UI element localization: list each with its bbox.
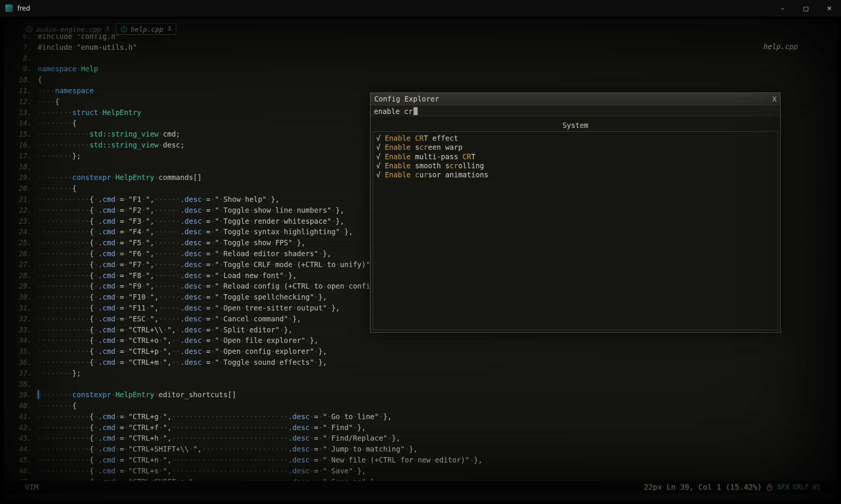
code-line-text: ············{·.cmd·=·"F10·",·····.desc·=… — [38, 292, 327, 303]
code-line[interactable]: 35.············{·.cmd·=·"CTRL+p·",··.des… — [4, 346, 837, 357]
line-number: 29. — [4, 281, 32, 292]
code-line-text: ············{·.cmd·=·"ESC·",·····.desc·=… — [38, 313, 301, 324]
tab-help-cpp[interactable]: +help.cppX — [116, 23, 176, 35]
tab-audio-engine-cpp[interactable]: +audio-engine.cppX — [21, 23, 114, 35]
line-number: 16. — [4, 140, 32, 151]
line-number: 34. — [4, 335, 32, 346]
line-number: 26. — [4, 248, 32, 259]
line-number: 25. — [4, 237, 32, 248]
line-number: 23. — [4, 216, 32, 227]
app-icon — [5, 5, 13, 12]
line-number: 11. — [4, 85, 32, 96]
config-option[interactable]: √ Enable smooth scrolling — [376, 161, 775, 170]
code-line[interactable]: 46.············{·.cmd·=·"CTRL+s·",······… — [4, 466, 837, 476]
code-line-text: ····namespace — [38, 85, 94, 96]
line-number: 9. — [4, 63, 32, 74]
tab-close-icon[interactable]: X — [106, 26, 109, 32]
line-number: 13. — [4, 107, 32, 118]
code-line-text: ········}; — [38, 368, 81, 379]
config-explorer-popup: Config Explorer X enable cr System √ Ena… — [370, 92, 781, 333]
line-number: 33. — [4, 324, 32, 335]
code-line-text: ············std::string_view·desc; — [38, 140, 184, 151]
config-option[interactable]: √ Enable CRT effect — [376, 134, 775, 143]
line-number: 17. — [4, 151, 32, 161]
tab-close-icon[interactable]: X — [168, 26, 171, 32]
code-line-text: ············{·.cmd·=·"CTRL+h·",·········… — [38, 433, 400, 444]
line-number: 42. — [4, 422, 32, 433]
code-line-text: namespace·Help — [38, 63, 98, 74]
active-filename-overlay: help.cpp — [763, 42, 798, 51]
code-line-text: #include·"enum-utils.h" — [38, 42, 137, 53]
code-line-text: ············{·.cmd·=·"F5·",······.desc·=… — [38, 237, 306, 248]
code-line-text: ············{·.cmd·=·"F1·",······.desc·=… — [38, 194, 280, 205]
config-explorer-title: Config Explorer — [374, 95, 439, 103]
checkbox-checked-icon[interactable]: √ — [376, 171, 385, 179]
line-number: 7. — [4, 42, 32, 53]
code-line[interactable]: 37.········}; — [4, 368, 837, 379]
window-titlebar: fred – ▢ ✕ — [0, 0, 841, 17]
line-number: 32. — [4, 313, 32, 324]
code-line[interactable]: 34.············{·.cmd·=·"CTRL+o·",··.des… — [4, 335, 837, 346]
line-number: 43. — [4, 433, 32, 444]
line-number: 35. — [4, 346, 32, 357]
code-line-text: ············{·.cmd·=·"F2·",······.desc·=… — [38, 205, 344, 216]
code-line[interactable]: 41.············{·.cmd·=·"CTRL+g·",······… — [4, 411, 837, 422]
checkbox-checked-icon[interactable]: √ — [376, 143, 385, 151]
code-line-text: ············{·.cmd·=·"CTRL+g·",·········… — [38, 411, 392, 422]
line-number: 31. — [4, 303, 32, 313]
tab-bar: +audio-engine.cppX+help.cppX — [21, 23, 176, 35]
line-number: 15. — [4, 129, 32, 140]
search-cursor — [414, 107, 418, 115]
config-search-input[interactable]: enable cr — [371, 105, 780, 117]
code-line-text: ············{·.cmd·=·"CTRL+f·",·········… — [38, 422, 366, 433]
tab-label: help.cpp — [131, 25, 163, 33]
config-option[interactable]: √ Enable screen warp — [376, 143, 775, 152]
close-button[interactable]: ✕ — [818, 0, 841, 17]
line-number: 8. — [4, 53, 32, 64]
checkbox-checked-icon[interactable]: √ — [376, 152, 385, 161]
checkbox-checked-icon[interactable]: √ — [376, 161, 385, 170]
code-line[interactable]: 45.············{·.cmd·=·"CTRL+n·",······… — [4, 455, 837, 466]
code-line-text: ········{ — [38, 400, 77, 411]
code-line-text: ········struct·HelpEntry — [38, 107, 141, 118]
code-line-text: ············{·.cmd·=·"F9·",······.desc·=… — [38, 281, 396, 292]
code-line-text: ············{·.cmd·=·"F6·",······.desc·=… — [38, 248, 331, 259]
code-line[interactable]: 9.namespace·Help — [4, 63, 837, 74]
code-line[interactable]: 44.············{·.cmd·=·"CTRL+SHIFT+\\·"… — [4, 444, 837, 455]
cpp-file-icon: + — [121, 26, 127, 32]
config-option[interactable]: √ Enable multi-pass CRT — [376, 152, 775, 161]
code-line-text: ············{·.cmd·=·"CTRL+s·",·········… — [38, 466, 366, 476]
code-line-text: ········constexpr·HelpEntry·editor_short… — [38, 389, 236, 400]
code-line[interactable]: 42.············{·.cmd·=·"CTRL+f·",······… — [4, 422, 837, 433]
code-line-text: { — [38, 74, 42, 85]
code-line[interactable]: 43.············{·.cmd·=·"CTRL+h·",······… — [4, 433, 837, 444]
code-line-text: ············{·.cmd·=·"CTRL+SHIFT+\\·",··… — [38, 444, 418, 455]
code-line[interactable]: 10.{ — [4, 74, 837, 85]
config-option[interactable]: √ Enable cursor animations — [376, 170, 775, 179]
minimize-button[interactable]: – — [771, 0, 794, 17]
checkbox-checked-icon[interactable]: √ — [376, 134, 385, 142]
line-number: 40. — [4, 400, 32, 411]
code-line-text: ············{·.cmd·=·"F7·",······.desc·=… — [38, 259, 383, 270]
code-line[interactable]: 40.········{ — [4, 400, 837, 411]
line-number: 24. — [4, 226, 32, 237]
code-line-text: ············{·.cmd·=·"CTRL+m·",··.desc·=… — [38, 357, 327, 368]
code-line[interactable]: 39.········constexpr·HelpEntry·editor_sh… — [4, 389, 837, 400]
code-line[interactable]: 36.············{·.cmd·=·"CTRL+m·",··.des… — [4, 357, 837, 368]
config-search-query: enable cr — [374, 107, 413, 115]
line-number: 21. — [4, 194, 32, 205]
config-explorer-close-icon[interactable]: X — [772, 95, 776, 103]
config-explorer-titlebar: Config Explorer X — [371, 93, 780, 105]
code-line-text: ············{·.cmd·=·"CTRL+p·",··.desc·=… — [38, 346, 327, 357]
line-number: 28. — [4, 270, 32, 281]
code-line-text: ········constexpr·HelpEntry·commands[] — [38, 172, 202, 183]
code-line[interactable]: 38. — [4, 379, 837, 390]
code-line[interactable]: 8. — [4, 53, 837, 64]
line-number: 36. — [4, 357, 32, 368]
status-flags: SFXCRLFWS — [777, 483, 821, 491]
status-flag-ws: WS — [813, 483, 821, 491]
maximize-button[interactable]: ▢ — [794, 0, 818, 17]
code-line[interactable]: 7.#include·"enum-utils.h" — [4, 42, 837, 53]
code-line-text: ············{·.cmd·=·"CTRL+\\·",·.desc·=… — [38, 324, 292, 335]
line-number: 44. — [4, 444, 32, 455]
